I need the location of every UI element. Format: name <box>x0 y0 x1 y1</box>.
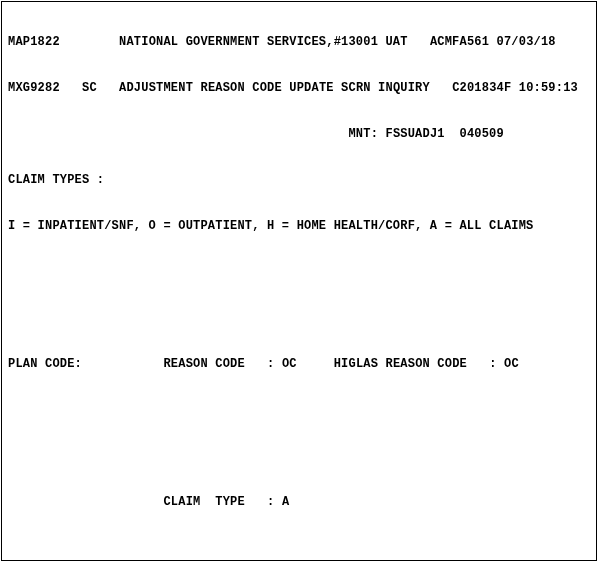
mode: SC <box>82 81 97 95</box>
terminal-screen: MAP1822 NATIONAL GOVERNMENT SERVICES,#13… <box>1 1 597 561</box>
claim-type-label: CLAIM TYPE <box>163 495 244 509</box>
header-row-3: MNT: FSSUADJ1 040509 <box>8 123 596 146</box>
screen-title: ADJUSTMENT REASON CODE UPDATE SCRN INQUI… <box>119 81 430 95</box>
program-id: MAP1822 <box>8 35 60 49</box>
colon1: : <box>267 357 274 371</box>
batch-id: C201834F <box>452 81 511 95</box>
claim-types-legend: I = INPATIENT/SNF, O = OUTPATIENT, H = H… <box>8 219 533 233</box>
header-date: 07/03/18 <box>497 35 556 49</box>
mnt-code: 040509 <box>460 127 504 141</box>
colon2: : <box>489 357 496 371</box>
claim-type-row: CLAIM TYPE : A <box>8 491 596 514</box>
claim-types-label: CLAIM TYPES : <box>8 173 104 187</box>
acc-code: ACMFA561 <box>430 35 489 49</box>
mnt-user: FSSUADJ1 <box>385 127 444 141</box>
header-row-1: MAP1822 NATIONAL GOVERNMENT SERVICES,#13… <box>8 31 596 54</box>
claim-type-value[interactable]: A <box>282 495 289 509</box>
reason-code-label: REASON CODE <box>163 357 244 371</box>
mnt-label: MNT: <box>348 127 378 141</box>
colon3: : <box>267 495 274 509</box>
plan-code-label: PLAN CODE: <box>8 357 82 371</box>
higlas-reason-code-label: HIGLAS REASON CODE <box>334 357 467 371</box>
claim-types-label-row: CLAIM TYPES : <box>8 169 596 192</box>
header-row-2: MXG9282 SC ADJUSTMENT REASON CODE UPDATE… <box>8 77 596 100</box>
claim-types-legend-row: I = INPATIENT/SNF, O = OUTPATIENT, H = H… <box>8 215 596 238</box>
header-time: 10:59:13 <box>519 81 578 95</box>
txn-id: MXG9282 <box>8 81 60 95</box>
codes-row: PLAN CODE: REASON CODE : OC HIGLAS REASO… <box>8 353 596 376</box>
reason-code-value[interactable]: OC <box>282 357 297 371</box>
header-title: NATIONAL GOVERNMENT SERVICES,#13001 UAT <box>119 35 408 49</box>
higlas-reason-code-value[interactable]: OC <box>504 357 519 371</box>
